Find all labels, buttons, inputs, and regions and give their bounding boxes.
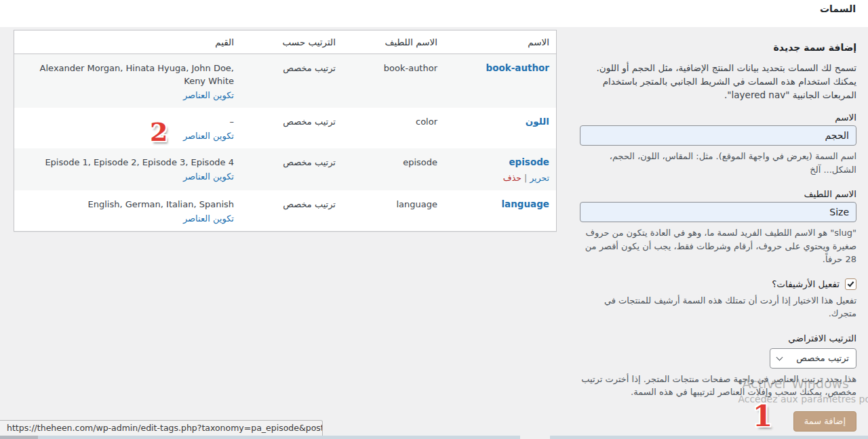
- column-header-values: القيم: [14, 30, 241, 54]
- bottom-scrollbar-edge: [0, 436, 38, 439]
- slug-label: الاسم اللطيف: [580, 188, 856, 199]
- add-attribute-button[interactable]: إضافة سمة: [793, 411, 856, 432]
- attribute-orderby: ترتيب مخصص: [241, 54, 342, 108]
- column-header-slug: الاسم اللطيف: [342, 30, 444, 54]
- attribute-values: Alexander Morgan, Hinata Hyuga, John Doe…: [21, 62, 234, 87]
- enable-archives-checkbox[interactable]: [845, 278, 856, 290]
- default-sort-select[interactable]: ترتيب مخصص: [770, 348, 856, 369]
- attribute-name-link[interactable]: language: [501, 198, 549, 211]
- archives-field-group: تفعيل الأرشيفات؟ تفعيل هذا الاختيار إذا …: [580, 278, 856, 320]
- table-header-row: الاسم الاسم اللطيف الترتيب حسب القيم: [14, 30, 556, 54]
- page-title: السمات: [820, 3, 856, 14]
- attribute-slug: language: [342, 190, 444, 231]
- attribute-name-link[interactable]: اللون: [526, 115, 549, 128]
- name-field-group: الاسم اسم السمة (يعرض في واجهة الموقع). …: [580, 112, 856, 176]
- selected-sort-option: ترتيب مخصص: [796, 353, 849, 363]
- configure-terms-link[interactable]: تكوين العناصر: [183, 171, 234, 182]
- default-sort-label: الترتيب الافتراضي: [580, 333, 856, 343]
- annotation-step-2: 2: [150, 117, 167, 147]
- table-row: اللون color ترتيب مخصص – تكوين العناصر: [14, 108, 556, 148]
- name-input[interactable]: [580, 125, 856, 146]
- attribute-name-link[interactable]: book-author: [486, 62, 549, 75]
- column-header-name: الاسم: [444, 30, 556, 54]
- attribute-slug: book-author: [342, 54, 444, 108]
- configure-terms-link[interactable]: تكوين العناصر: [183, 131, 234, 141]
- name-help-text: اسم السمة (يعرض في واجهة الموقع). مثل: ا…: [580, 150, 856, 176]
- table-row: episode تحرير|حذف episode ترتيب مخصص Epi…: [14, 148, 556, 190]
- attributes-table: الاسم الاسم اللطيف الترتيب حسب القيم boo…: [14, 30, 557, 232]
- sort-help-text: هذا يحدد ترتيب العناصر في واجهة صفحات من…: [580, 373, 856, 399]
- slug-help-text: "slug" هو الاسم اللطيف الفريد لسمة ما، و…: [580, 226, 856, 266]
- configure-terms-link[interactable]: تكوين العناصر: [183, 90, 234, 100]
- attribute-orderby: ترتيب مخصص: [241, 148, 342, 190]
- delete-link[interactable]: حذف: [503, 173, 521, 183]
- add-attribute-form: إضافة سمة جديدة تسمح لك السمات بتحديد بي…: [580, 42, 856, 432]
- row-actions: تحرير|حذف: [451, 171, 549, 184]
- table-row: book-author book-author ترتيب مخصص Alexa…: [14, 54, 556, 108]
- attribute-slug: episode: [342, 148, 444, 190]
- checkmark-icon: [848, 280, 854, 287]
- slug-input[interactable]: [580, 202, 856, 222]
- slug-field-group: الاسم اللطيف "slug" هو الاسم اللطيف الفر…: [580, 188, 856, 266]
- attribute-orderby: ترتيب مخصص: [241, 108, 342, 148]
- configure-terms-link[interactable]: تكوين العناصر: [183, 213, 234, 224]
- annotation-step-1: 1: [753, 400, 772, 433]
- attribute-values: English, German, Italian, Spanish: [21, 198, 234, 211]
- table-row: language language ترتيب مخصص English, Ge…: [14, 190, 556, 231]
- sort-field-group: الترتيب الافتراضي ترتيب مخصص هذا يحدد تر…: [580, 333, 856, 399]
- attribute-orderby: ترتيب مخصص: [241, 190, 342, 231]
- top-white-strip: [0, 0, 868, 27]
- bottom-scrollbar[interactable]: [550, 436, 868, 439]
- attribute-name-link[interactable]: episode: [509, 156, 549, 169]
- archives-help-text: تفعيل هذا الاختيار إذا أردت أن تمتلك هذه…: [580, 294, 856, 320]
- name-label: الاسم: [580, 112, 856, 123]
- chevron-down-icon: [776, 354, 783, 360]
- wp-admin-attributes-page: السمات الاسم الاسم اللطيف الترتيب حسب ال…: [0, 0, 868, 439]
- attribute-slug: color: [342, 108, 444, 148]
- column-header-orderby: الترتيب حسب: [241, 30, 342, 54]
- actions-separator: |: [524, 173, 527, 183]
- form-intro-text: تسمح لك السمات بتحديد بيانات المنتج الإض…: [580, 61, 856, 102]
- archives-label: تفعيل الأرشيفات؟: [772, 278, 840, 289]
- bottom-scrollbar-gap: [520, 436, 550, 439]
- bottom-scrollbar[interactable]: [38, 436, 520, 439]
- edit-link[interactable]: تحرير: [530, 173, 549, 183]
- attribute-values: Episode 1, Episode 2, Episode 3, Episode…: [21, 156, 234, 169]
- form-heading: إضافة سمة جديدة: [580, 42, 856, 53]
- browser-link-preview: https://theheen.com/wp-admin/edit-tags.p…: [0, 420, 323, 436]
- attribute-values: –: [21, 115, 234, 128]
